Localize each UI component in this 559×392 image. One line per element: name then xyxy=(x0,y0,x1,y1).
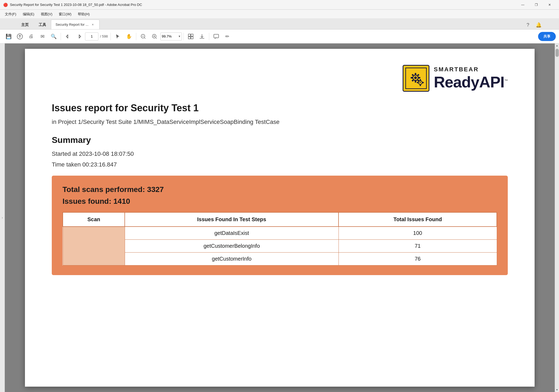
page-number-input[interactable] xyxy=(85,32,98,40)
svg-rect-28 xyxy=(420,84,421,86)
cursor-tool-button[interactable] xyxy=(112,31,123,42)
page-total-label: / 598 xyxy=(100,34,108,38)
tab-document[interactable]: Security Report for ... × xyxy=(51,20,100,29)
table-row: getDataIsExist 100 xyxy=(63,227,497,240)
svg-rect-19 xyxy=(411,77,413,79)
hand-tool-button[interactable]: ✋ xyxy=(124,31,134,42)
zoom-out-button[interactable] xyxy=(138,31,149,42)
summary-title: Summary xyxy=(52,135,508,145)
logo-readyapi-text: ReadyAPI™ xyxy=(434,73,508,91)
total-scans-stat: Total scans performed: 3327 xyxy=(62,185,497,194)
table-header-total: Total Issues Found xyxy=(339,212,497,227)
step-cell-2: getCustomerBelongInfo xyxy=(125,240,339,253)
tab-tools[interactable]: 工具 xyxy=(34,21,51,29)
logo-tm: ™ xyxy=(504,78,508,83)
menu-edit[interactable]: 编辑(E) xyxy=(20,11,37,18)
title-bar: 🔴 Security Report for Security Test 1 20… xyxy=(0,0,559,10)
started-at-label: Started at 2023-10-08 18:07:50 xyxy=(52,150,508,157)
close-tab-button[interactable]: × xyxy=(91,23,95,27)
logo-smartbear-text: SMARTBEAR xyxy=(434,66,508,73)
minimize-button[interactable]: — xyxy=(517,0,529,10)
scroll-down-button[interactable]: ▼ xyxy=(555,388,559,392)
tab-bar: 主页 工具 Security Report for ... × ? 🔔 xyxy=(0,19,559,29)
close-button[interactable]: ✕ xyxy=(543,0,556,10)
scan-cell xyxy=(63,227,125,265)
zoom-in-button[interactable] xyxy=(149,31,160,42)
zoom-input[interactable] xyxy=(160,32,182,40)
next-page-button[interactable] xyxy=(74,31,84,42)
gear-logo-icon xyxy=(405,68,427,89)
svg-rect-18 xyxy=(415,80,416,83)
report-title: Issues report for Security Test 1 xyxy=(52,102,508,114)
search-button[interactable]: 🔍 xyxy=(48,31,59,42)
cursor-icon xyxy=(115,34,120,39)
zoom-in-icon xyxy=(152,34,157,39)
next-page-icon xyxy=(76,34,82,39)
toggle-arrow: › xyxy=(2,216,3,220)
svg-line-3 xyxy=(145,38,145,39)
zoom-out-icon xyxy=(140,34,146,39)
table-row: getCustomerBelongInfo 71 xyxy=(63,240,497,253)
left-panel-toggle[interactable]: › xyxy=(0,43,5,392)
table-header-scan: Scan xyxy=(63,212,125,227)
app-icon: 🔴 xyxy=(3,3,8,7)
menu-window[interactable]: 窗口(W) xyxy=(56,11,74,18)
upload-icon xyxy=(17,34,23,39)
table-row: getCustomerInfo 76 xyxy=(63,253,497,265)
scroll-thumb[interactable] xyxy=(556,49,559,57)
step-cell-1: getDataIsExist xyxy=(125,227,339,240)
help-icon-button[interactable]: ? xyxy=(524,21,532,29)
content-area: › xyxy=(0,43,559,392)
comment-button[interactable] xyxy=(211,31,222,42)
save-button[interactable]: 💾 xyxy=(3,31,14,42)
table-header-steps: Issues Found In Test Steps xyxy=(125,212,339,227)
svg-rect-27 xyxy=(420,79,421,81)
issues-table: Scan Issues Found In Test Steps Total Is… xyxy=(62,212,497,265)
bell-icon: 🔔 xyxy=(536,22,542,28)
menu-help[interactable]: 帮助(H) xyxy=(75,11,92,18)
prev-page-button[interactable] xyxy=(62,31,73,42)
comment-icon xyxy=(213,34,219,39)
svg-line-7 xyxy=(156,38,157,39)
svg-rect-17 xyxy=(415,73,416,75)
print-button[interactable]: 🖨 xyxy=(26,31,36,42)
svg-rect-10 xyxy=(188,37,190,39)
menu-view[interactable]: 视图(V) xyxy=(38,11,55,18)
pen-button[interactable]: ✏ xyxy=(222,31,233,42)
toolbar-divider-1 xyxy=(61,33,61,40)
step-cell-3: getCustomerInfo xyxy=(125,253,339,265)
view-mode-button[interactable] xyxy=(185,31,196,42)
menu-file[interactable]: 文件(F) xyxy=(2,11,19,18)
prev-page-icon xyxy=(65,34,71,39)
window-controls: — ❐ ✕ xyxy=(517,0,556,10)
menu-bar: 文件(F) 编辑(E) 视图(V) 窗口(W) 帮助(H) xyxy=(0,10,559,19)
tab-home[interactable]: 主页 xyxy=(16,21,34,29)
logo-container: SMARTBEAR ReadyAPI™ xyxy=(403,65,508,92)
svg-rect-30 xyxy=(422,82,424,83)
vertical-scrollbar[interactable]: ▲ ▼ xyxy=(555,43,559,392)
share-button[interactable]: 共享 xyxy=(538,32,556,41)
notification-icon-button[interactable]: 🔔 xyxy=(534,21,543,29)
upload-button[interactable] xyxy=(14,31,25,42)
email-button[interactable]: ✉ xyxy=(37,31,48,42)
help-icon: ? xyxy=(527,22,529,28)
download-button[interactable] xyxy=(197,31,207,42)
scroll-track[interactable] xyxy=(555,48,559,388)
toolbar-divider-2 xyxy=(111,33,111,40)
logo-text-area: SMARTBEAR ReadyAPI™ xyxy=(434,66,508,91)
tab-document-label: Security Report for ... xyxy=(56,23,89,27)
summary-box: Total scans performed: 3327 Issues found… xyxy=(52,176,508,275)
view-mode-icon xyxy=(188,34,194,39)
svg-rect-9 xyxy=(191,34,193,36)
restore-button[interactable]: ❐ xyxy=(530,0,542,10)
toolbar-divider-3 xyxy=(136,33,136,40)
scroll-up-button[interactable]: ▲ xyxy=(555,43,559,48)
tab-bar-right-controls: ? 🔔 xyxy=(524,21,543,29)
pdf-page: SMARTBEAR ReadyAPI™ Issues report for Se… xyxy=(25,49,535,387)
logo-area: SMARTBEAR ReadyAPI™ xyxy=(52,65,508,92)
pdf-viewer: SMARTBEAR ReadyAPI™ Issues report for Se… xyxy=(5,43,555,392)
count-cell-2: 71 xyxy=(339,240,497,253)
count-cell-3: 76 xyxy=(339,253,497,265)
svg-rect-20 xyxy=(418,77,420,79)
svg-rect-29 xyxy=(417,82,418,83)
